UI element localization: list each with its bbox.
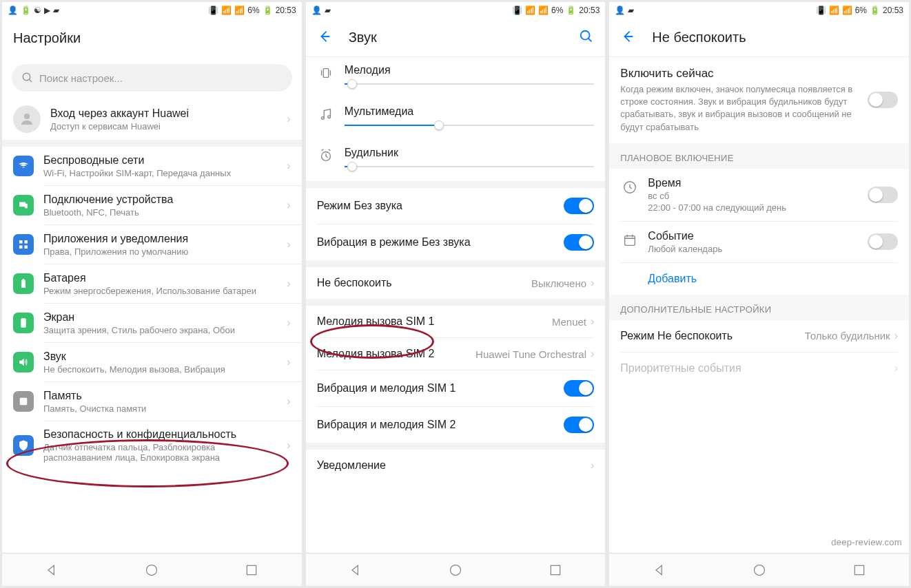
nav-home-icon[interactable] — [145, 563, 158, 577]
row-device-connect[interactable]: Подключение устройстваBluetooth, NFC, Пе… — [2, 186, 302, 224]
search-button[interactable] — [579, 29, 594, 47]
row-battery[interactable]: БатареяРежим энергосбережения, Использов… — [2, 264, 302, 303]
svg-rect-10 — [23, 279, 25, 280]
row-enable-now[interactable]: Включить сейчас Когда режим включен, зна… — [609, 57, 909, 143]
music-icon — [317, 107, 335, 122]
alarm-icon — [317, 148, 335, 163]
status-bar: 👤▰ 📳📶📶 6%🔋 20:53 — [306, 2, 606, 19]
toggle-vibrate-silent[interactable]: Вибрация в режиме Без звука — [306, 224, 606, 260]
chevron-right-icon: › — [591, 315, 594, 328]
chevron-right-icon: › — [287, 356, 290, 368]
chevron-right-icon: › — [591, 277, 594, 289]
svg-point-25 — [754, 565, 764, 575]
android-navbar — [2, 553, 302, 586]
calendar-icon — [620, 233, 639, 248]
row-wireless[interactable]: Беспроводные сетиWi-Fi, Настройки SIM-ка… — [2, 147, 302, 185]
switch[interactable] — [564, 234, 594, 251]
slider-ringtone[interactable]: Мелодия — [306, 57, 606, 98]
switch[interactable] — [868, 92, 898, 108]
chevron-right-icon: › — [894, 362, 898, 375]
search-input[interactable]: Поиск настроек... — [12, 64, 292, 92]
chevron-right-icon: › — [287, 317, 290, 329]
nav-back-icon[interactable] — [653, 563, 666, 577]
switch[interactable] — [564, 380, 594, 397]
shield-icon — [13, 435, 34, 456]
vibrate-icon — [317, 65, 335, 81]
avatar-icon — [13, 105, 41, 133]
chevron-right-icon: › — [287, 277, 290, 290]
row-display[interactable]: ЭкранЗащита зрения, Стиль рабочего экран… — [2, 304, 302, 342]
svg-rect-4 — [25, 204, 28, 209]
slider-alarm[interactable]: Будильник — [306, 140, 606, 181]
slider-media[interactable]: Мультимедиа — [306, 98, 606, 140]
nav-recent-icon[interactable] — [245, 563, 258, 577]
sound-icon — [13, 352, 34, 372]
nav-recent-icon[interactable] — [549, 563, 562, 577]
section-scheduled: ПЛАНОВОЕ ВКЛЮЧЕНИЕ — [609, 143, 909, 169]
chevron-right-icon: › — [287, 238, 290, 251]
svg-rect-14 — [247, 565, 256, 574]
svg-point-21 — [451, 565, 461, 575]
toggle-vibrate-sim2[interactable]: Вибрация и мелодия SIM 2 — [306, 407, 606, 443]
row-schedule-event[interactable]: Событие Любой календарь — [609, 222, 909, 262]
wifi-icon — [13, 156, 34, 176]
account-row[interactable]: Вход через аккаунт Huawei Доступ к серви… — [2, 98, 302, 140]
row-dnd[interactable]: Не беспокоить Выключено › — [306, 267, 606, 299]
android-navbar — [306, 553, 606, 586]
page-title: Звук — [349, 30, 377, 45]
back-button[interactable] — [317, 29, 332, 47]
row-sim1-ringtone[interactable]: Мелодия вызова SIM 1 Menuet › — [306, 306, 606, 337]
device-icon — [13, 195, 34, 216]
toggle-silent-mode[interactable]: Режим Без звука — [306, 188, 606, 224]
svg-rect-22 — [551, 565, 560, 574]
svg-rect-17 — [323, 69, 328, 78]
nav-home-icon[interactable] — [449, 563, 462, 577]
chevron-right-icon: › — [591, 348, 594, 360]
nav-back-icon[interactable] — [349, 563, 362, 577]
display-icon — [13, 313, 34, 333]
add-schedule-button[interactable]: Добавить — [609, 263, 909, 295]
svg-rect-8 — [25, 246, 28, 249]
toggle-vibrate-sim1[interactable]: Вибрация и мелодия SIM 1 — [306, 370, 606, 406]
row-notification-tone[interactable]: Уведомление › — [306, 450, 606, 481]
switch[interactable] — [564, 198, 594, 214]
svg-rect-12 — [20, 398, 28, 406]
svg-point-15 — [581, 30, 590, 39]
row-apps-notifications[interactable]: Приложения и уведомленияПрава, Приложени… — [2, 225, 302, 264]
row-sound[interactable]: ЗвукНе беспокоить, Мелодия вызова, Вибра… — [2, 343, 302, 381]
back-button[interactable] — [620, 29, 635, 47]
svg-point-18 — [321, 117, 324, 120]
apps-icon — [13, 234, 34, 255]
svg-rect-11 — [21, 318, 26, 328]
svg-point-13 — [147, 565, 157, 575]
row-security[interactable]: Безопасность и конфиденциальностьДатчик … — [2, 421, 302, 470]
storage-icon — [13, 391, 34, 412]
row-schedule-time[interactable]: Время вс сб 22:00 - 07:00 на следующий д… — [609, 169, 909, 221]
row-dnd-mode[interactable]: Режим Не беспокоить Только будильник › — [609, 320, 909, 352]
nav-home-icon[interactable] — [753, 563, 766, 577]
account-subtitle: Доступ к сервисам Huawei — [50, 121, 283, 132]
section-advanced: ДОПОЛНИТЕЛЬНЫЕ НАСТРОЙКИ — [609, 295, 909, 320]
chevron-right-icon: › — [287, 113, 290, 125]
chevron-right-icon: › — [287, 199, 290, 211]
clock-icon — [620, 180, 639, 195]
status-bar: 👤🔋☯▶▰ 📳📶📶 6% 🔋 20:53 — [2, 2, 302, 19]
clock: 20:53 — [276, 6, 296, 15]
svg-line-16 — [588, 38, 592, 41]
nav-back-icon[interactable] — [45, 563, 59, 577]
svg-rect-5 — [19, 240, 23, 244]
svg-point-2 — [24, 114, 30, 119]
switch[interactable] — [868, 187, 898, 203]
sound-screen: 👤▰ 📳📶📶 6%🔋 20:53 Звук Мелодия Мультимеди… — [306, 2, 606, 586]
watermark: deep-review.com — [831, 537, 902, 547]
chevron-right-icon: › — [287, 439, 290, 452]
account-title: Вход через аккаунт Huawei — [50, 107, 283, 120]
svg-rect-26 — [854, 565, 863, 574]
status-bar: 👤▰ 📳📶📶 6%🔋 20:53 — [609, 2, 909, 19]
row-storage[interactable]: ПамятьПамять, Очистка памяти › — [2, 382, 302, 421]
row-sim2-ringtone[interactable]: Мелодия вызова SIM 2 Huawei Tune Orchest… — [306, 338, 606, 370]
switch[interactable] — [868, 233, 898, 250]
switch[interactable] — [564, 417, 594, 433]
nav-recent-icon[interactable] — [852, 563, 866, 577]
page-title: Настройки — [13, 30, 81, 46]
